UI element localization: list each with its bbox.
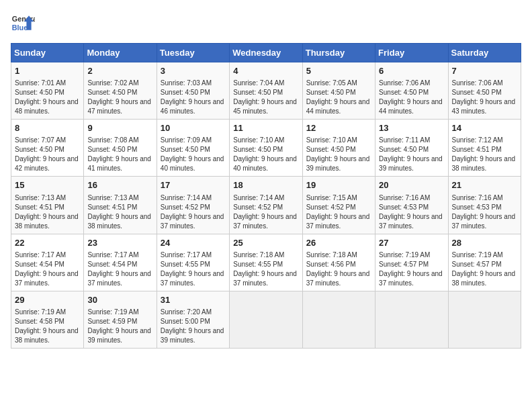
sunset-info: Sunset: 4:59 PM	[87, 317, 152, 326]
day-number: 8	[15, 122, 80, 134]
calendar-day-23: 23 Sunrise: 7:17 AM Sunset: 4:54 PM Dayl…	[84, 234, 157, 291]
calendar-week-4: 22 Sunrise: 7:17 AM Sunset: 4:54 PM Dayl…	[11, 234, 521, 291]
calendar-day-5: 5 Sunrise: 7:05 AM Sunset: 4:50 PM Dayli…	[302, 62, 375, 120]
sunrise-info: Sunrise: 7:05 AM	[306, 79, 371, 88]
daylight-info: Daylight: 9 hours and 37 minutes.	[233, 212, 298, 231]
sunrise-info: Sunrise: 7:19 AM	[15, 308, 80, 317]
sunrise-info: Sunrise: 7:12 AM	[452, 136, 517, 145]
day-number: 13	[379, 122, 444, 134]
daylight-info: Daylight: 9 hours and 38 minutes.	[15, 326, 80, 345]
daylight-info: Daylight: 9 hours and 40 minutes.	[233, 154, 298, 173]
sunrise-info: Sunrise: 7:08 AM	[87, 136, 152, 145]
sunset-info: Sunset: 5:00 PM	[161, 317, 226, 326]
calendar-day-12: 12 Sunrise: 7:10 AM Sunset: 4:50 PM Dayl…	[302, 120, 375, 177]
calendar-day-26: 26 Sunrise: 7:18 AM Sunset: 4:56 PM Dayl…	[302, 234, 375, 291]
calendar-day-15: 15 Sunrise: 7:13 AM Sunset: 4:51 PM Dayl…	[11, 177, 84, 234]
sunset-info: Sunset: 4:55 PM	[161, 260, 226, 269]
sunrise-info: Sunrise: 7:17 AM	[15, 250, 80, 260]
sunrise-info: Sunrise: 7:16 AM	[452, 193, 517, 203]
calendar-day-13: 13 Sunrise: 7:11 AM Sunset: 4:50 PM Dayl…	[375, 120, 448, 177]
calendar-week-2: 8 Sunrise: 7:07 AM Sunset: 4:50 PM Dayli…	[11, 120, 521, 177]
calendar-day-7: 7 Sunrise: 7:06 AM Sunset: 4:50 PM Dayli…	[448, 62, 521, 120]
daylight-info: Daylight: 9 hours and 42 minutes.	[15, 154, 80, 173]
calendar-day-8: 8 Sunrise: 7:07 AM Sunset: 4:50 PM Dayli…	[11, 120, 84, 177]
calendar-header-row: SundayMondayTuesdayWednesdayThursdayFrid…	[11, 44, 521, 62]
sunset-info: Sunset: 4:52 PM	[306, 203, 371, 212]
sunset-info: Sunset: 4:51 PM	[87, 203, 152, 212]
calendar-day-29: 29 Sunrise: 7:19 AM Sunset: 4:58 PM Dayl…	[11, 291, 84, 348]
calendar-day-28: 28 Sunrise: 7:19 AM Sunset: 4:57 PM Dayl…	[448, 234, 521, 291]
sunrise-info: Sunrise: 7:07 AM	[15, 136, 80, 145]
logo: General Blue	[11, 11, 35, 35]
daylight-info: Daylight: 9 hours and 39 minutes.	[161, 326, 226, 345]
sunset-info: Sunset: 4:50 PM	[233, 145, 298, 154]
logo-icon: General Blue	[11, 11, 35, 35]
daylight-info: Daylight: 9 hours and 44 minutes.	[379, 97, 444, 116]
day-header-saturday: Saturday	[448, 44, 521, 62]
day-number: 31	[161, 294, 226, 306]
calendar-table: SundayMondayTuesdayWednesdayThursdayFrid…	[11, 43, 521, 349]
day-number: 11	[233, 122, 298, 134]
day-number: 1	[15, 65, 80, 77]
daylight-info: Daylight: 9 hours and 37 minutes.	[379, 269, 444, 288]
daylight-info: Daylight: 9 hours and 37 minutes.	[306, 212, 371, 231]
calendar-day-14: 14 Sunrise: 7:12 AM Sunset: 4:51 PM Dayl…	[448, 120, 521, 177]
day-number: 12	[306, 122, 371, 134]
day-number: 30	[87, 294, 152, 306]
daylight-info: Daylight: 9 hours and 37 minutes.	[233, 269, 298, 288]
day-number: 14	[452, 122, 517, 134]
calendar-week-1: 1 Sunrise: 7:01 AM Sunset: 4:50 PM Dayli…	[11, 62, 521, 120]
calendar-day-19: 19 Sunrise: 7:15 AM Sunset: 4:52 PM Dayl…	[302, 177, 375, 234]
sunrise-info: Sunrise: 7:09 AM	[161, 136, 226, 145]
day-number: 18	[233, 179, 298, 191]
daylight-info: Daylight: 9 hours and 44 minutes.	[306, 97, 371, 116]
sunset-info: Sunset: 4:52 PM	[233, 203, 298, 212]
day-number: 29	[15, 294, 80, 306]
calendar-week-3: 15 Sunrise: 7:13 AM Sunset: 4:51 PM Dayl…	[11, 177, 521, 234]
sunrise-info: Sunrise: 7:10 AM	[233, 136, 298, 145]
sunset-info: Sunset: 4:53 PM	[379, 203, 444, 212]
day-header-wednesday: Wednesday	[230, 44, 302, 62]
daylight-info: Daylight: 9 hours and 37 minutes.	[452, 212, 517, 231]
sunset-info: Sunset: 4:50 PM	[452, 88, 517, 97]
daylight-info: Daylight: 9 hours and 39 minutes.	[87, 326, 152, 345]
sunrise-info: Sunrise: 7:01 AM	[15, 79, 80, 88]
sunrise-info: Sunrise: 7:16 AM	[379, 193, 444, 203]
calendar-day-11: 11 Sunrise: 7:10 AM Sunset: 4:50 PM Dayl…	[230, 120, 302, 177]
sunrise-info: Sunrise: 7:18 AM	[306, 250, 371, 260]
sunset-info: Sunset: 4:58 PM	[15, 317, 80, 326]
sunset-info: Sunset: 4:50 PM	[87, 88, 152, 97]
sunset-info: Sunset: 4:51 PM	[452, 145, 517, 154]
day-number: 4	[233, 65, 298, 77]
calendar-day-30: 30 Sunrise: 7:19 AM Sunset: 4:59 PM Dayl…	[84, 291, 157, 348]
daylight-info: Daylight: 9 hours and 37 minutes.	[306, 269, 371, 288]
sunset-info: Sunset: 4:50 PM	[306, 145, 371, 154]
day-number: 2	[87, 65, 152, 77]
sunset-info: Sunset: 4:54 PM	[15, 260, 80, 269]
day-header-tuesday: Tuesday	[157, 44, 229, 62]
empty-cell	[302, 291, 375, 348]
empty-cell	[448, 291, 521, 348]
daylight-info: Daylight: 9 hours and 37 minutes.	[15, 269, 80, 288]
calendar-day-27: 27 Sunrise: 7:19 AM Sunset: 4:57 PM Dayl…	[375, 234, 448, 291]
calendar-day-16: 16 Sunrise: 7:13 AM Sunset: 4:51 PM Dayl…	[84, 177, 157, 234]
calendar-day-20: 20 Sunrise: 7:16 AM Sunset: 4:53 PM Dayl…	[375, 177, 448, 234]
empty-cell	[230, 291, 302, 348]
sunset-info: Sunset: 4:50 PM	[87, 145, 152, 154]
day-header-friday: Friday	[375, 44, 448, 62]
sunrise-info: Sunrise: 7:19 AM	[452, 250, 517, 260]
sunset-info: Sunset: 4:57 PM	[379, 260, 444, 269]
sunrise-info: Sunrise: 7:13 AM	[87, 193, 152, 203]
daylight-info: Daylight: 9 hours and 38 minutes.	[15, 212, 80, 231]
calendar-day-6: 6 Sunrise: 7:06 AM Sunset: 4:50 PM Dayli…	[375, 62, 448, 120]
sunset-info: Sunset: 4:50 PM	[306, 88, 371, 97]
sunrise-info: Sunrise: 7:03 AM	[161, 79, 226, 88]
calendar-day-10: 10 Sunrise: 7:09 AM Sunset: 4:50 PM Dayl…	[157, 120, 229, 177]
sunset-info: Sunset: 4:54 PM	[87, 260, 152, 269]
sunrise-info: Sunrise: 7:15 AM	[306, 193, 371, 203]
calendar-day-31: 31 Sunrise: 7:20 AM Sunset: 5:00 PM Dayl…	[157, 291, 229, 348]
daylight-info: Daylight: 9 hours and 38 minutes.	[452, 269, 517, 288]
day-number: 9	[87, 122, 152, 134]
sunrise-info: Sunrise: 7:17 AM	[161, 250, 226, 260]
daylight-info: Daylight: 9 hours and 41 minutes.	[87, 154, 152, 173]
